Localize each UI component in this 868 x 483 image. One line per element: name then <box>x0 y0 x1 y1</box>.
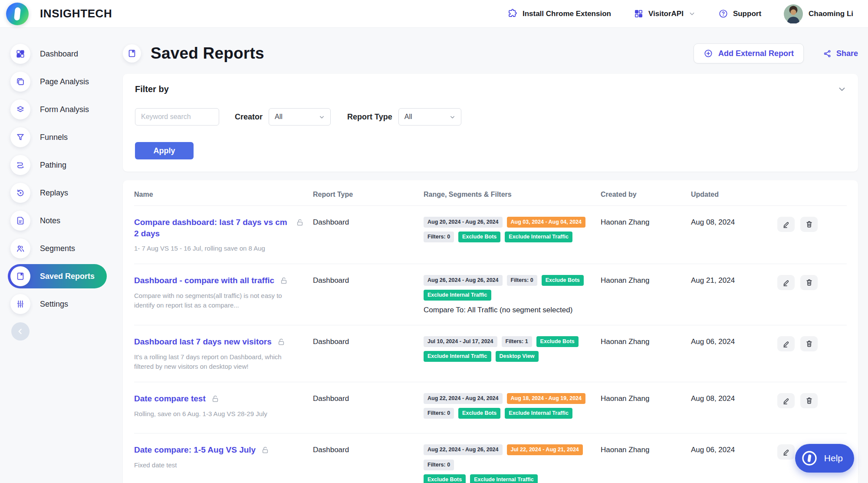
report-type-cell: Dashboard <box>313 336 424 346</box>
tag-line: Aug 20, 2024 - Aug 26, 2024Aug 03, 2024 … <box>424 217 601 228</box>
grid-icon <box>634 9 644 19</box>
column-header-range-segments-filters: Range, Segments & Filters <box>424 191 601 198</box>
report-name-link[interactable]: Dashboard - compare with all traffic <box>134 275 274 286</box>
edit-report-button[interactable] <box>777 393 795 408</box>
lock-open-icon <box>279 276 288 287</box>
row-actions <box>776 393 847 408</box>
delete-report-button[interactable] <box>800 217 818 232</box>
tag-exclude-bots: Exclude Bots <box>536 336 579 347</box>
table-row: Dashboard - compare with all traffic Com… <box>134 264 847 325</box>
delete-report-button[interactable] <box>800 275 818 290</box>
edit-report-button[interactable] <box>777 444 795 460</box>
edit-report-button[interactable] <box>777 336 795 351</box>
tag-desktop-view: Desktop View <box>496 351 539 362</box>
tag-filters-0: Filters: 0 <box>424 232 454 242</box>
edit-report-button[interactable] <box>777 217 795 232</box>
table-row: Date compare: 1-5 Aug VS July Fixed date… <box>134 433 847 483</box>
tag-line: Exclude BotsExclude Internal Traffic <box>424 474 601 483</box>
saved-reports-page-icon <box>123 44 141 63</box>
sidebar-item-page-analysis[interactable]: Page Analysis <box>8 69 107 94</box>
lock-open-icon <box>296 218 304 228</box>
lock-open-icon <box>211 394 220 405</box>
nav-label: VisitorAPI <box>648 10 684 18</box>
user-menu[interactable]: Chaoming Li <box>784 4 853 23</box>
row-actions <box>776 275 847 290</box>
sidebar-item-label: Pathing <box>40 161 66 170</box>
filter-panel: Filter by Creator All Report Type All <box>123 74 858 172</box>
pages-icon <box>10 72 30 92</box>
tag-aug-18-2024-aug-19-2024: Aug 18, 2024 - Aug 19, 2024 <box>507 393 586 404</box>
brand-name: INSIGHTECH <box>40 7 112 20</box>
apply-button[interactable]: Apply <box>135 142 194 159</box>
share-icon <box>823 49 832 58</box>
filter-collapse-button[interactable] <box>837 84 847 95</box>
sidebar-item-notes[interactable]: Notes <box>8 208 107 233</box>
edit-report-button[interactable] <box>777 275 795 290</box>
tag-aug-22-2024-aug-26-2024: Aug 22, 2024 - Aug 26, 2024 <box>424 444 503 455</box>
tag-filters-1: Filters: 1 <box>502 336 532 347</box>
updated-cell: Aug 08, 2024 <box>691 393 776 403</box>
sidebar-item-settings[interactable]: Settings <box>8 292 107 316</box>
table-row: Dashboard last 7 days new visitors It's … <box>134 325 847 382</box>
range-segments-filters-cell: Aug 26, 2024 - Aug 26, 2024Filters: 0Exc… <box>424 275 601 314</box>
sidebar-item-dashboard[interactable]: Dashboard <box>8 42 107 66</box>
sidebar-item-label: Dashboard <box>40 50 78 59</box>
updated-cell: Aug 21, 2024 <box>691 275 776 285</box>
report-name-link[interactable]: Compare dashboard: last 7 days vs cm 2 d… <box>134 217 290 239</box>
reports-table: NameReport TypeRange, Segments & Filters… <box>123 180 858 483</box>
report-description: 1- 7 Aug VS 15 - 16 Jul, rolling save on… <box>134 244 295 253</box>
sidebar-collapse-button[interactable] <box>11 322 30 341</box>
nav-visitorapi[interactable]: VisitorAPI <box>634 9 696 19</box>
range-segments-filters-cell: Aug 20, 2024 - Aug 26, 2024Aug 03, 2024 … <box>424 217 601 246</box>
chevron-down-icon <box>319 114 325 120</box>
range-segments-filters-cell: Jul 10, 2024 - Jul 17, 2024Filters: 1Exc… <box>424 336 601 366</box>
tag-line: Aug 22, 2024 - Aug 26, 2024Jul 22, 2024 … <box>424 444 601 470</box>
user-avatar <box>784 4 803 23</box>
report-name-link[interactable]: Dashboard last 7 days new visitors <box>134 336 272 347</box>
report-name-link[interactable]: Date compare: 1-5 Aug VS July <box>134 444 256 456</box>
tag-line: Filters: 0Exclude BotsExclude Internal T… <box>424 408 601 419</box>
report-description: Rolling, save on 6 Aug. 1-3 Aug VS 28-29… <box>134 409 295 419</box>
report-type-select[interactable]: All <box>398 108 461 126</box>
help-logo-icon <box>801 450 818 467</box>
nav-install-chrome-extension[interactable]: Install Chrome Extension <box>507 9 611 19</box>
created-by-cell: Haonan Zhang <box>601 275 691 285</box>
column-header-name: Name <box>134 191 313 198</box>
sidebar-item-segments[interactable]: Segments <box>8 236 107 261</box>
column-header-report-type: Report Type <box>313 191 424 198</box>
sidebar-item-saved-reports[interactable]: Saved Reports <box>8 264 107 288</box>
created-by-cell: Haonan Zhang <box>601 393 691 403</box>
sidebar-item-replays[interactable]: Replays <box>8 181 107 205</box>
add-external-report-button[interactable]: Add External Report <box>694 43 804 63</box>
share-button[interactable]: Share <box>823 49 858 58</box>
sidebar-item-label: Funnels <box>40 133 68 142</box>
insightech-logo-icon <box>6 3 29 25</box>
row-actions <box>776 217 847 232</box>
report-description: Compare with no segments(all traffic) is… <box>134 291 295 310</box>
report-name-link[interactable]: Date compare test <box>134 393 206 404</box>
puzzle-icon <box>507 9 518 19</box>
keyword-search-input[interactable] <box>135 108 219 126</box>
report-type-cell: Dashboard <box>313 444 424 454</box>
nav-support[interactable]: Support <box>718 9 761 19</box>
sidebar-item-form-analysis[interactable]: Form Analysis <box>8 97 107 122</box>
report-description: It's a rolling last 7 days report on Das… <box>134 352 295 371</box>
help-button[interactable]: Help <box>795 444 854 473</box>
tag-line: Aug 22, 2024 - Aug 24, 2024Aug 18, 2024 … <box>424 393 601 404</box>
sidebar-item-label: Saved Reports <box>40 272 95 281</box>
sidebar-item-pathing[interactable]: Pathing <box>8 153 107 177</box>
creator-select[interactable]: All <box>269 108 331 126</box>
layers-icon <box>10 99 30 119</box>
tag-aug-03-2024-aug-04-2024: Aug 03, 2024 - Aug 04, 2024 <box>507 217 586 228</box>
top-navigation: Install Chrome Extension VisitorAPI Supp… <box>507 4 853 23</box>
delete-report-button[interactable] <box>800 336 818 351</box>
tag-exclude-bots: Exclude Bots <box>458 408 500 419</box>
tag-filters-0: Filters: 0 <box>424 408 454 419</box>
tag-line: Exclude Internal TrafficDesktop View <box>424 351 601 362</box>
tag-exclude-internal-traffic: Exclude Internal Traffic <box>505 408 572 419</box>
updated-cell: Aug 06, 2024 <box>691 336 776 346</box>
delete-report-button[interactable] <box>800 393 818 408</box>
tag-jul-10-2024-jul-17-2024: Jul 10, 2024 - Jul 17, 2024 <box>424 336 497 347</box>
updated-cell: Aug 08, 2024 <box>691 217 776 227</box>
sidebar-item-funnels[interactable]: Funnels <box>8 125 107 149</box>
